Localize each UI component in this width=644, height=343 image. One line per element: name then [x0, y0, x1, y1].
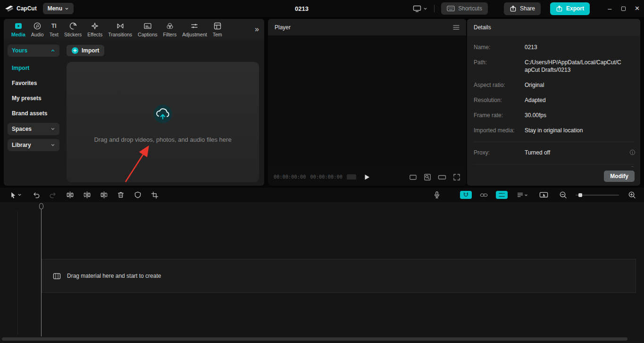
- player-viewport[interactable]: [268, 35, 466, 168]
- share-button[interactable]: Share: [504, 2, 541, 15]
- chevron-up-icon: [50, 48, 55, 53]
- window-close-button[interactable]: ×: [630, 0, 644, 17]
- sidebar-item-spaces[interactable]: Spaces: [8, 123, 59, 135]
- mask-button[interactable]: [131, 189, 144, 201]
- split-button[interactable]: [63, 189, 76, 201]
- captions-icon: [143, 22, 152, 30]
- delete-left-button[interactable]: [80, 189, 93, 201]
- sidebar-item-brand-assets[interactable]: Brand assets: [8, 106, 59, 121]
- sidebar-item-my-presets[interactable]: My presets: [8, 91, 59, 106]
- play-button[interactable]: [364, 174, 370, 180]
- zoom-fit-icon[interactable]: [424, 173, 431, 181]
- tab-stickers[interactable]: Stickers: [61, 22, 84, 37]
- crop-button[interactable]: [148, 189, 161, 201]
- effects-icon: [91, 22, 99, 30]
- tab-audio[interactable]: Audio: [28, 22, 47, 37]
- tab-captions[interactable]: Captions: [135, 22, 160, 37]
- plus-icon: [72, 47, 78, 54]
- fullscreen-icon[interactable]: [453, 173, 460, 181]
- menu-button[interactable]: Menu: [43, 3, 74, 14]
- details-divider: [474, 142, 634, 142]
- play-icon: [364, 174, 370, 180]
- player-menu-icon[interactable]: [453, 25, 460, 30]
- linking-toggle[interactable]: [478, 191, 490, 199]
- delete-right-icon: [100, 191, 108, 199]
- chevron-down-icon: [524, 193, 528, 197]
- track-header-divider: [17, 211, 18, 334]
- tab-templates[interactable]: Tem: [210, 22, 225, 37]
- timeline-drop-area[interactable]: Drag material here and start to create: [42, 259, 636, 293]
- details-clipped-row: [474, 164, 634, 167]
- chevron-down-icon: [423, 7, 427, 11]
- zoom-slider-thumb[interactable]: [578, 193, 582, 197]
- tab-media[interactable]: Media: [8, 22, 28, 37]
- timeline-zoom-out-button[interactable]: [556, 189, 569, 201]
- canvas-size-icon[interactable]: [438, 173, 446, 181]
- info-icon: [629, 166, 634, 167]
- redo-button[interactable]: [46, 189, 59, 201]
- media-dropzone[interactable]: Drag and drop videos, photos, and audio …: [67, 62, 259, 182]
- monitor-icon: [413, 5, 421, 12]
- timeline[interactable]: Drag material here and start to create: [0, 202, 644, 343]
- track-options-toggle[interactable]: [514, 191, 531, 199]
- tab-transitions[interactable]: Transitions: [105, 22, 135, 37]
- preview-quality-button[interactable]: [537, 189, 550, 201]
- details-panel: Details Name: 0213 Path: C:/Users/HP/App…: [467, 19, 640, 186]
- timeline-zoom-in-button[interactable]: [625, 189, 638, 201]
- stickers-icon: [69, 22, 77, 30]
- titlebar: CapCut Menu 0213 Shortcuts Share: [0, 0, 644, 17]
- tab-adjustment[interactable]: Adjustment: [179, 22, 210, 37]
- delete-right-button[interactable]: [97, 189, 110, 201]
- minimize-icon: –: [608, 5, 612, 12]
- delete-left-icon: [83, 191, 91, 199]
- player-panel: Player 00:00:00:00 00:00:00:00: [268, 19, 466, 186]
- app-name: CapCut: [17, 5, 37, 12]
- window-maximize-button[interactable]: [617, 0, 630, 17]
- sidebar-item-library[interactable]: Library: [8, 139, 59, 151]
- media-tab-strip: Media Audio TI Text Stickers Effects Tra…: [4, 19, 264, 40]
- transitions-icon: [116, 22, 125, 30]
- timeline-toolbar: [0, 188, 644, 202]
- timecode-total: 00:00:00:00: [310, 174, 342, 180]
- menu-label: Menu: [48, 5, 62, 12]
- tab-filters[interactable]: Filters: [160, 22, 180, 37]
- timecode-current: 00:00:00:00: [274, 174, 306, 180]
- timeline-horizontal-scrollbar[interactable]: [2, 337, 627, 341]
- timeline-zoom-slider[interactable]: [576, 192, 619, 198]
- sidebar-item-favorites[interactable]: Favorites: [8, 76, 59, 91]
- timeline-empty-hint: Drag material here and start to create: [67, 273, 161, 279]
- tab-effects[interactable]: Effects: [84, 22, 105, 37]
- export-button[interactable]: Export: [550, 2, 590, 15]
- auto-ripple-toggle[interactable]: [496, 191, 508, 199]
- window-minimize-button[interactable]: –: [603, 0, 617, 17]
- sidebar-item-yours[interactable]: Yours: [8, 44, 59, 57]
- export-icon: [556, 5, 563, 12]
- expand-tabs-chevrons-icon[interactable]: »: [253, 26, 260, 33]
- media-panel: Media Audio TI Text Stickers Effects Tra…: [4, 19, 264, 186]
- main-track-magnet-toggle[interactable]: [460, 191, 472, 199]
- share-label: Share: [520, 5, 535, 12]
- select-tool-button[interactable]: [6, 189, 25, 201]
- sidebar-item-import[interactable]: Import: [8, 60, 59, 76]
- maximize-icon: [621, 6, 626, 11]
- record-voiceover-button[interactable]: [430, 189, 443, 201]
- playhead-handle[interactable]: [39, 203, 43, 209]
- modify-button[interactable]: Modify: [604, 171, 635, 182]
- aspect-ratio-icon[interactable]: [409, 173, 417, 181]
- shortcuts-button[interactable]: Shortcuts: [441, 2, 488, 15]
- shortcuts-label: Shortcuts: [458, 5, 482, 12]
- crop-icon: [151, 191, 159, 199]
- media-icon: [14, 22, 23, 30]
- chevron-down-icon: [50, 143, 55, 147]
- undo-button[interactable]: [29, 189, 42, 201]
- window-controls: – ×: [603, 0, 644, 17]
- tab-text[interactable]: TI Text: [47, 22, 61, 37]
- audio-icon: [33, 22, 42, 30]
- close-icon: ×: [635, 4, 640, 13]
- display-device-button[interactable]: [410, 3, 430, 14]
- delete-button[interactable]: [114, 189, 127, 201]
- import-button[interactable]: Import: [67, 45, 104, 56]
- capcut-logo: CapCut: [5, 5, 37, 12]
- info-icon[interactable]: [629, 149, 636, 155]
- track-height-icon: [517, 192, 523, 197]
